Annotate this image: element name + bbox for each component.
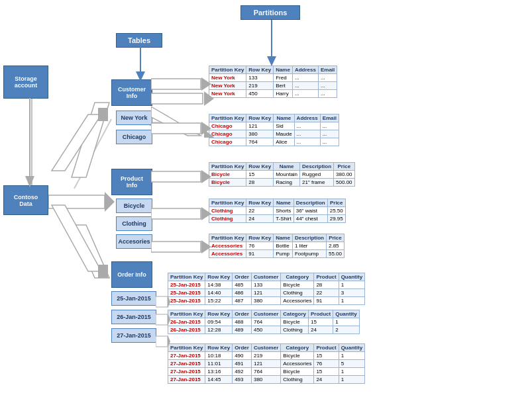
col-header: Customer (251, 273, 280, 281)
table-cell: 26-Jan-2015 (168, 318, 205, 326)
col-header: Partition Key (168, 273, 205, 281)
table-cell: Bicycle (209, 171, 246, 179)
col-header: Name (274, 66, 293, 74)
table-cell: 14:45 (205, 376, 233, 384)
svg-marker-18 (204, 91, 214, 106)
table-cell: Chicago (209, 130, 246, 138)
table-cell: 91 (314, 297, 339, 305)
product-info-box: Product Info (111, 169, 152, 195)
table-cell: 491 (233, 360, 252, 368)
table-cell: 27-Jan-2015 (168, 360, 205, 368)
table-cell: Pump (274, 250, 293, 258)
col-header: Description (293, 199, 327, 207)
col-header: Quantity (339, 273, 364, 281)
svg-marker-23 (151, 123, 201, 134)
col-header: Customer (251, 310, 280, 318)
table-cell: 14:38 (205, 281, 233, 289)
table-row: New York133Fred...... (209, 74, 337, 82)
svg-marker-25 (151, 171, 201, 182)
arrow-contoso-order (48, 202, 115, 278)
table-row: 27-Jan-201510:18490219Bicycle151 (168, 352, 365, 360)
table-cell: 55.00 (326, 250, 344, 258)
table-cell: 380 (246, 130, 274, 138)
partition-jan25: 25-Jan-2015 (111, 291, 156, 306)
table-cell: 764 (246, 138, 274, 146)
table-cell: 1 (333, 318, 359, 326)
table-row: 25-Jan-201515:22487380Accessories911 (168, 297, 365, 305)
table-cell: 09:54 (205, 318, 233, 326)
col-header: Price (326, 234, 344, 242)
table-cell: Clothing (209, 207, 246, 215)
table-cell: 76 (314, 360, 339, 368)
arrow-jan26-table (156, 312, 170, 327)
table-cell: 15 (314, 368, 339, 376)
col-header: Category (281, 310, 309, 318)
svg-marker-15 (52, 205, 101, 271)
table-cell: 5 (339, 360, 364, 368)
order-jan27-table: Partition KeyRow KeyOrderCustomerCategor… (168, 343, 365, 384)
table-cell: 44" chest (293, 215, 327, 223)
col-header: Name (274, 199, 294, 207)
table-cell: ... (320, 138, 339, 146)
table-row: 27-Jan-201514:45493380Clothing241 (168, 376, 365, 384)
table-cell: 380 (251, 376, 280, 384)
col-header: Row Key (246, 163, 274, 171)
col-header: Row Key (205, 310, 233, 318)
table-cell: 492 (233, 368, 252, 376)
table-cell: Footpump (292, 250, 326, 258)
table-cell: 500.00 (334, 179, 354, 187)
svg-marker-24 (201, 122, 211, 135)
table-row: New York450Harry...... (209, 90, 337, 98)
table-cell: Alice (274, 138, 294, 146)
table-cell: Shorts (274, 207, 294, 215)
col-header: Price (327, 199, 345, 207)
arrow-accessories-table (151, 240, 212, 254)
table-cell: 15 (246, 171, 274, 179)
table-cell: 22 (246, 207, 274, 215)
svg-marker-40 (136, 71, 145, 81)
table-cell: 764 (251, 318, 280, 326)
table-cell: ... (318, 90, 337, 98)
table-cell: 121 (251, 360, 280, 368)
arrow-tables-down (134, 45, 147, 81)
table-cell: Chicago (209, 138, 246, 146)
svg-marker-27 (151, 208, 201, 219)
table-cell: Accessories (209, 242, 246, 250)
col-header: Email (318, 66, 337, 74)
order-info-box: Order Info (111, 261, 152, 288)
table-cell: 450 (251, 326, 280, 334)
table-cell: ... (320, 122, 339, 130)
table-cell: 121 (246, 122, 274, 130)
col-header: Product (308, 310, 333, 318)
table-cell: ... (292, 74, 318, 82)
col-header: Address (294, 114, 320, 122)
table-cell: 11:01 (205, 360, 233, 368)
table-cell: 121 (251, 289, 280, 297)
arrow-contoso-customer (48, 105, 115, 177)
table-cell: Clothing (281, 376, 314, 384)
table-cell: 1 (339, 368, 364, 376)
table-cell: 489 (233, 326, 252, 334)
storage-account-box: Storage account (3, 66, 48, 99)
table-cell: Bicycle (281, 368, 314, 376)
product-clothing-table: Partition KeyRow KeyNameDescriptionPrice… (209, 199, 346, 223)
col-header: Quantity (339, 344, 364, 352)
table-cell: 450 (246, 90, 274, 98)
arrow-bicycle-table (151, 169, 212, 184)
col-header: Address (292, 66, 318, 74)
partition-jan26: 26-Jan-2015 (111, 310, 156, 324)
svg-marker-31 (156, 296, 168, 307)
partition-clothing: Clothing (116, 216, 152, 231)
svg-marker-28 (201, 207, 211, 220)
customer-info-box: Customer Info (111, 79, 152, 106)
table-cell: 764 (251, 368, 280, 376)
svg-marker-22 (201, 77, 211, 91)
table-cell: ... (294, 130, 320, 138)
table-row: Chicago121Sid...... (209, 122, 339, 130)
customer-newyork-table: Partition KeyRow KeyNameAddressEmail New… (209, 66, 337, 98)
table-cell: 28 (246, 179, 274, 187)
col-header: Order (233, 273, 252, 281)
partition-new-york: New York (116, 111, 152, 125)
table-cell: ... (292, 90, 318, 98)
svg-marker-38 (267, 56, 276, 66)
